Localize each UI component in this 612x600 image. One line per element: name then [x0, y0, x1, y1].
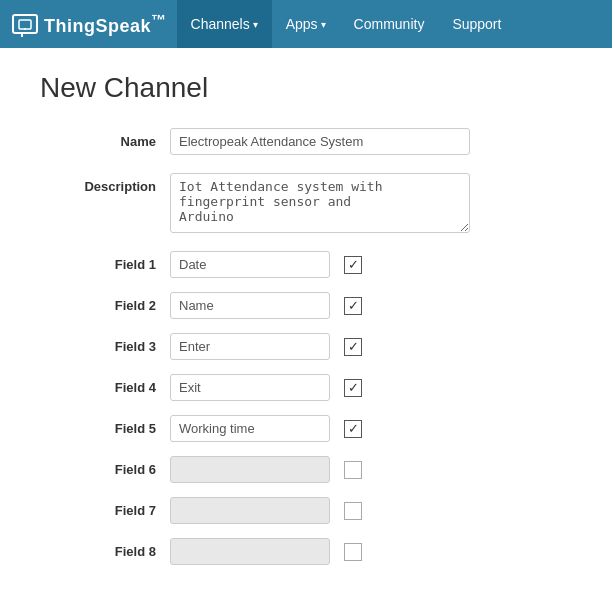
- navbar: ThingSpeak™ Channels ▾ Apps ▾ Community …: [0, 0, 612, 48]
- field-checkbox-1[interactable]: ✓: [344, 256, 362, 274]
- name-row: Name: [40, 128, 572, 155]
- field-checkbox-8[interactable]: [344, 543, 362, 561]
- checkbox-check-icon-4: ✓: [348, 381, 359, 394]
- field-row-3: Field 3✓: [40, 333, 572, 360]
- channels-caret-icon: ▾: [253, 19, 258, 30]
- checkbox-check-icon-2: ✓: [348, 299, 359, 312]
- field-label-2: Field 2: [40, 298, 170, 313]
- brand-icon: [12, 14, 38, 34]
- field-row-7: Field 7: [40, 497, 572, 524]
- field-row-2: Field 2✓: [40, 292, 572, 319]
- fields-container: Field 1✓Field 2✓Field 3✓Field 4✓Field 5✓…: [40, 251, 572, 565]
- nav-community[interactable]: Community: [340, 0, 439, 48]
- field-row-6: Field 6: [40, 456, 572, 483]
- field-label-5: Field 5: [40, 421, 170, 436]
- field-label-4: Field 4: [40, 380, 170, 395]
- page-title: New Channel: [40, 72, 572, 104]
- field-label-7: Field 7: [40, 503, 170, 518]
- name-input[interactable]: [170, 128, 470, 155]
- field-row-5: Field 5✓: [40, 415, 572, 442]
- field-checkbox-6[interactable]: [344, 461, 362, 479]
- field-input-4[interactable]: [170, 374, 330, 401]
- field-row-8: Field 8: [40, 538, 572, 565]
- description-input[interactable]: Iot Attendance system with fingerprint s…: [170, 173, 470, 233]
- field-row-1: Field 1✓: [40, 251, 572, 278]
- field-checkbox-2[interactable]: ✓: [344, 297, 362, 315]
- description-label: Description: [40, 173, 170, 194]
- brand-name: ThingSpeak™: [44, 11, 167, 37]
- main-content: New Channel Name Description Iot Attenda…: [0, 48, 612, 600]
- field-row-4: Field 4✓: [40, 374, 572, 401]
- field-input-7[interactable]: [170, 497, 330, 524]
- brand-logo[interactable]: ThingSpeak™: [12, 11, 167, 37]
- name-label: Name: [40, 128, 170, 149]
- nav-support[interactable]: Support: [438, 0, 515, 48]
- checkbox-check-icon-5: ✓: [348, 422, 359, 435]
- field-label-3: Field 3: [40, 339, 170, 354]
- field-input-1[interactable]: [170, 251, 330, 278]
- field-input-2[interactable]: [170, 292, 330, 319]
- nav-apps[interactable]: Apps ▾: [272, 0, 340, 48]
- nav-channels[interactable]: Channels ▾: [177, 0, 272, 48]
- checkbox-check-icon-3: ✓: [348, 340, 359, 353]
- field-label-8: Field 8: [40, 544, 170, 559]
- field-checkbox-3[interactable]: ✓: [344, 338, 362, 356]
- brand-tm: ™: [151, 11, 167, 28]
- field-checkbox-7[interactable]: [344, 502, 362, 520]
- field-input-8[interactable]: [170, 538, 330, 565]
- field-input-3[interactable]: [170, 333, 330, 360]
- apps-caret-icon: ▾: [321, 19, 326, 30]
- field-input-5[interactable]: [170, 415, 330, 442]
- checkbox-check-icon-1: ✓: [348, 258, 359, 271]
- field-label-6: Field 6: [40, 462, 170, 477]
- field-label-1: Field 1: [40, 257, 170, 272]
- field-checkbox-4[interactable]: ✓: [344, 379, 362, 397]
- field-input-6[interactable]: [170, 456, 330, 483]
- field-checkbox-5[interactable]: ✓: [344, 420, 362, 438]
- svg-rect-0: [19, 20, 31, 29]
- description-row: Description Iot Attendance system with f…: [40, 173, 572, 233]
